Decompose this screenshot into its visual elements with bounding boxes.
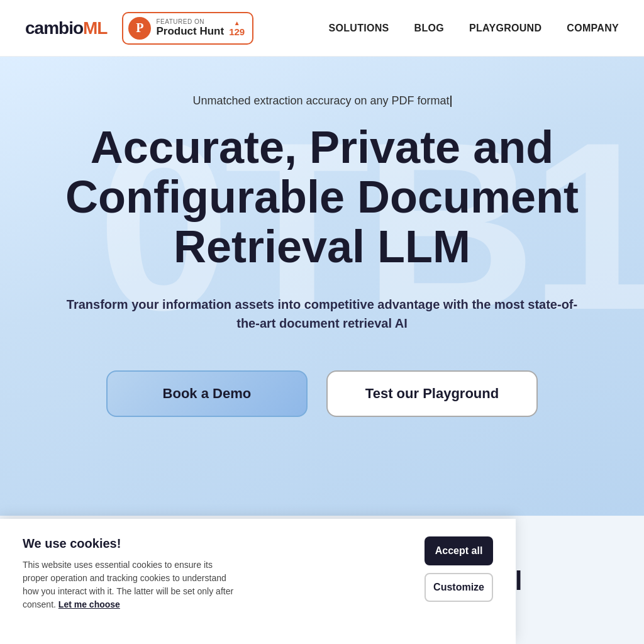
cookie-content: We use cookies! This website uses essent… <box>23 536 412 624</box>
hero-description: Transform your information assets into c… <box>64 295 580 333</box>
test-playground-button[interactable]: Test our Playground <box>326 370 538 417</box>
nav-links: SOLUTIONS BLOG PLAYGROUND COMPANY <box>329 23 619 34</box>
hero-buttons: Book a Demo Test our Playground <box>106 370 538 417</box>
nav-solutions[interactable]: SOLUTIONS <box>329 23 389 34</box>
hero-subtitle: Unmatched extraction accuracy on any PDF… <box>192 94 451 108</box>
cookie-buttons: Accept all Customize <box>425 536 493 624</box>
ph-name: Product Hunt <box>156 25 224 38</box>
cursor <box>450 96 452 107</box>
book-demo-button[interactable]: Book a Demo <box>106 370 308 417</box>
cookie-title: We use cookies! <box>23 536 236 551</box>
ph-number: 129 <box>229 26 245 37</box>
logo[interactable]: cambioML <box>25 18 107 38</box>
nav-playground[interactable]: PLAYGROUND <box>469 23 541 34</box>
cookie-text: This website uses essential cookies to e… <box>23 558 236 611</box>
navbar: cambioML P FEATURED ON Product Hunt ▲ 12… <box>0 0 644 57</box>
let-me-choose-link[interactable]: Let me choose <box>58 599 120 609</box>
hero-title: Accurate, Private and Configurable Docum… <box>39 123 605 272</box>
product-hunt-badge[interactable]: P FEATURED ON Product Hunt ▲ 129 <box>122 12 253 45</box>
cookie-banner: We use cookies! This website uses essent… <box>0 519 516 644</box>
logo-text: cambioML <box>25 18 107 38</box>
ph-icon: P <box>128 17 151 40</box>
accept-all-button[interactable]: Accept all <box>425 536 493 565</box>
nav-blog[interactable]: BLOG <box>414 23 444 34</box>
customize-button[interactable]: Customize <box>425 573 493 602</box>
ph-arrow: ▲ <box>234 19 240 26</box>
ph-featured-label: FEATURED ON <box>156 18 224 25</box>
ph-count: ▲ 129 <box>229 19 245 37</box>
hero-section: 0TB1 Unmatched extraction accuracy on an… <box>0 57 644 516</box>
ph-text: FEATURED ON Product Hunt <box>156 18 224 38</box>
nav-company[interactable]: COMPANY <box>567 23 619 34</box>
